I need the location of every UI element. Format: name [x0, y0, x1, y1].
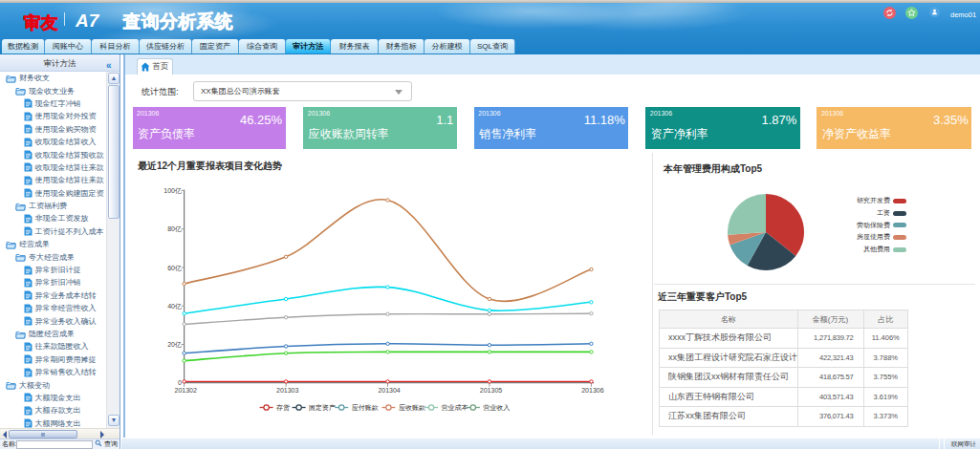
svg-text:存货: 存货: [276, 404, 290, 412]
svg-text:固定资产: 固定资产: [309, 404, 336, 412]
svg-text:40亿: 40亿: [167, 303, 182, 310]
svg-text:201306: 201306: [581, 387, 603, 394]
svg-text:60亿: 60亿: [167, 265, 182, 272]
svg-text:应收账款: 应收账款: [399, 403, 425, 412]
svg-text:80亿: 80亿: [167, 225, 182, 233]
svg-text:0: 0: [178, 379, 182, 386]
svg-text:201302: 201302: [175, 387, 197, 394]
svg-text:100亿: 100亿: [163, 187, 182, 195]
svg-text:营业成本: 营业成本: [442, 404, 468, 412]
svg-text:20亿: 20亿: [167, 341, 182, 349]
svg-text:营业收入: 营业收入: [483, 404, 510, 412]
svg-text:201303: 201303: [276, 387, 298, 394]
svg-text:201304: 201304: [378, 387, 400, 394]
svg-text:201305: 201305: [480, 387, 502, 394]
svg-text:应付账款: 应付账款: [352, 403, 379, 412]
